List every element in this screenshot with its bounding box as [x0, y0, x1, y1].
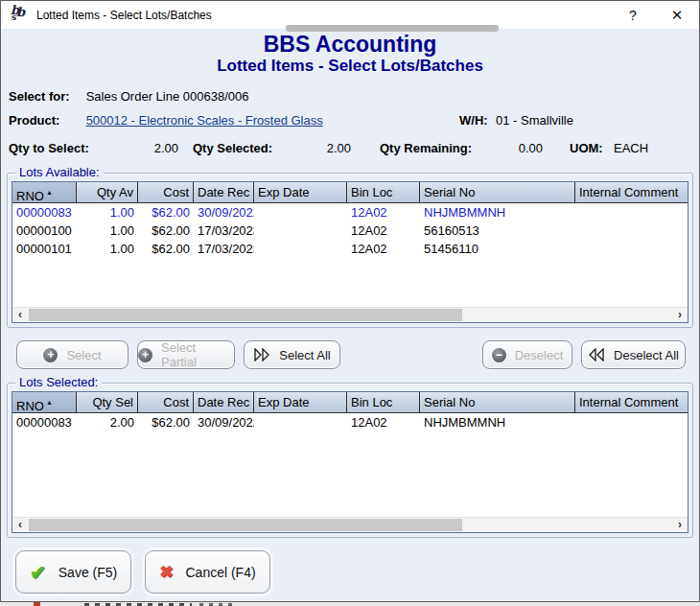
qty-remaining-value: 0.00 [480, 141, 543, 156]
app-title: BBS Accounting [1, 32, 699, 57]
select-button[interactable]: + Select [16, 340, 128, 369]
table-row[interactable]: 00000100 1.00 $62.00 17/03/2023 12A02 56… [12, 221, 688, 240]
lots-available-title: Lots Available: [15, 166, 104, 179]
select-all-button[interactable]: Select All [244, 340, 340, 369]
background-window-artifact [0, 602, 700, 606]
lots-selected-header: RNO▲ Qty Sel Cost Date Rec Exp Date Bin … [12, 392, 688, 413]
deselect-button-label: Deselect [515, 348, 564, 362]
x-icon: ✖ [159, 562, 173, 582]
warehouse-value: 01 - Smallville [496, 113, 573, 128]
cell-qty: 1.00 [77, 240, 138, 258]
scroll-left-icon[interactable]: ‹ [12, 518, 28, 532]
product-row: Product: 500012 - Electronic Scales - Fr… [9, 113, 699, 128]
table-row[interactable]: 00000083 2.00 $62.00 30/09/2022 12A02 NH… [12, 413, 688, 431]
column-header-serial-no[interactable]: Serial No [420, 392, 575, 412]
cell-comment [575, 240, 688, 258]
lots-selected-body: 00000083 2.00 $62.00 30/09/2022 12A02 NH… [12, 413, 688, 517]
sort-ascending-icon: ▲ [46, 399, 53, 406]
lots-available-group: Lots Available: RNO▲ Qty Av Cost Date Re… [7, 173, 693, 328]
horizontal-scrollbar[interactable]: ‹ › [12, 307, 688, 322]
column-header-rno[interactable]: RNO▲ [12, 392, 77, 412]
column-header-bin-loc[interactable]: Bin Loc [347, 182, 420, 202]
check-icon: ✔ [30, 561, 46, 584]
table-row[interactable]: 00000083 1.00 $62.00 30/09/2022 12A02 NH… [12, 203, 688, 221]
lots-selected-table: RNO▲ Qty Sel Cost Date Rec Exp Date Bin … [12, 391, 688, 533]
lots-selected-title: Lots Selected: [15, 376, 102, 389]
bbs-icon-letter: b [16, 5, 25, 19]
cell-serial-no: NHJMBMMNH [420, 413, 575, 431]
sort-ascending-icon: ▲ [46, 189, 53, 196]
select-button-label: Select [66, 348, 101, 362]
column-header-exp-date[interactable]: Exp Date [254, 392, 347, 412]
cell-qty: 1.00 [77, 221, 138, 240]
column-header-date-rec[interactable]: Date Rec [194, 182, 254, 202]
scroll-right-icon[interactable]: › [672, 518, 688, 532]
scrollbar-thumb[interactable] [29, 309, 462, 321]
column-header-cost[interactable]: Cost [138, 392, 194, 412]
cell-exp-date [254, 221, 347, 240]
qty-selected-value: 2.00 [289, 141, 351, 156]
uom-value: EACH [614, 141, 648, 156]
cancel-button[interactable]: ✖ Cancel (F4) [145, 550, 269, 594]
cell-comment [575, 413, 688, 431]
bbs-icon-letter: s [12, 12, 16, 22]
scroll-right-icon[interactable]: › [672, 308, 688, 322]
bbs-app-icon: b b s [10, 6, 29, 24]
column-header-internal-comment[interactable]: Internal Comment [575, 182, 688, 202]
select-partial-button-label: Select Partial [161, 340, 234, 369]
save-button[interactable]: ✔ Save (F5) [15, 550, 131, 594]
cell-exp-date [254, 203, 347, 221]
column-header-serial-no[interactable]: Serial No [420, 182, 575, 202]
cell-rno: 00000101 [12, 240, 77, 258]
cell-date-rec: 30/09/2022 [194, 413, 254, 431]
horizontal-scrollbar[interactable]: ‹ › [12, 517, 688, 532]
help-button[interactable]: ? [611, 1, 655, 29]
column-header-qty-sel[interactable]: Qty Sel [77, 392, 138, 412]
minus-circle-icon: − [492, 348, 506, 362]
cell-rno: 00000100 [12, 221, 77, 240]
product-link[interactable]: 500012 - Electronic Scales - Frosted Gla… [86, 113, 323, 128]
uom-label: UOM: [570, 141, 608, 156]
cell-serial-no: NHJMBMMNH [420, 203, 575, 221]
cell-cost: $62.00 [138, 413, 194, 431]
column-header-qty-av[interactable]: Qty Av [77, 182, 138, 202]
scroll-left-icon[interactable]: ‹ [12, 308, 28, 322]
cell-date-rec: 30/09/2022 [194, 203, 254, 221]
cell-comment [575, 221, 688, 240]
lots-available-header: RNO▲ Qty Av Cost Date Rec Exp Date Bin L… [12, 182, 688, 203]
cell-exp-date [254, 413, 347, 431]
column-header-date-rec[interactable]: Date Rec [194, 392, 254, 412]
lots-available-table: RNO▲ Qty Av Cost Date Rec Exp Date Bin L… [12, 181, 688, 323]
double-right-chevron-icon [253, 348, 270, 361]
cell-serial-no: 51456110 [420, 240, 575, 258]
cell-date-rec: 17/03/2023 [194, 240, 254, 258]
cell-bin-loc: 12A02 [347, 240, 420, 258]
plus-circle-icon: + [138, 348, 152, 362]
cell-bin-loc: 12A02 [347, 413, 420, 431]
cell-bin-loc: 12A02 [347, 203, 420, 221]
plus-circle-icon: + [43, 348, 58, 362]
cell-cost: $62.00 [138, 203, 194, 221]
column-header-exp-date[interactable]: Exp Date [254, 182, 347, 202]
close-button[interactable]: ✕ [655, 1, 699, 29]
deselect-all-button[interactable]: Deselect All [581, 340, 686, 369]
background-window-artifact [286, 25, 499, 32]
cell-bin-loc: 12A02 [347, 221, 420, 240]
select-for-row: Select for: Sales Order Line 000638/006 [9, 89, 699, 104]
cell-rno: 00000083 [12, 413, 77, 431]
column-header-rno[interactable]: RNO▲ [12, 182, 77, 202]
column-header-internal-comment[interactable]: Internal Comment [575, 392, 688, 412]
deselect-button[interactable]: − Deselect [482, 340, 572, 369]
double-left-chevron-icon [588, 348, 605, 361]
lotted-items-dialog: b b s Lotted Items - Select Lots/Batches… [0, 0, 700, 602]
action-buttons-row: + Select + Select Partial Select All − D… [16, 340, 686, 369]
select-for-value: Sales Order Line 000638/006 [86, 89, 249, 104]
column-header-bin-loc[interactable]: Bin Loc [347, 392, 420, 412]
qty-selected-label: Qty Selected: [193, 141, 289, 156]
product-label: Product: [9, 113, 82, 128]
column-header-cost[interactable]: Cost [138, 182, 194, 202]
select-partial-button[interactable]: + Select Partial [137, 340, 235, 369]
scrollbar-thumb[interactable] [29, 519, 462, 531]
cancel-button-label: Cancel (F4) [185, 565, 255, 580]
table-row[interactable]: 00000101 1.00 $62.00 17/03/2023 12A02 51… [12, 240, 688, 258]
